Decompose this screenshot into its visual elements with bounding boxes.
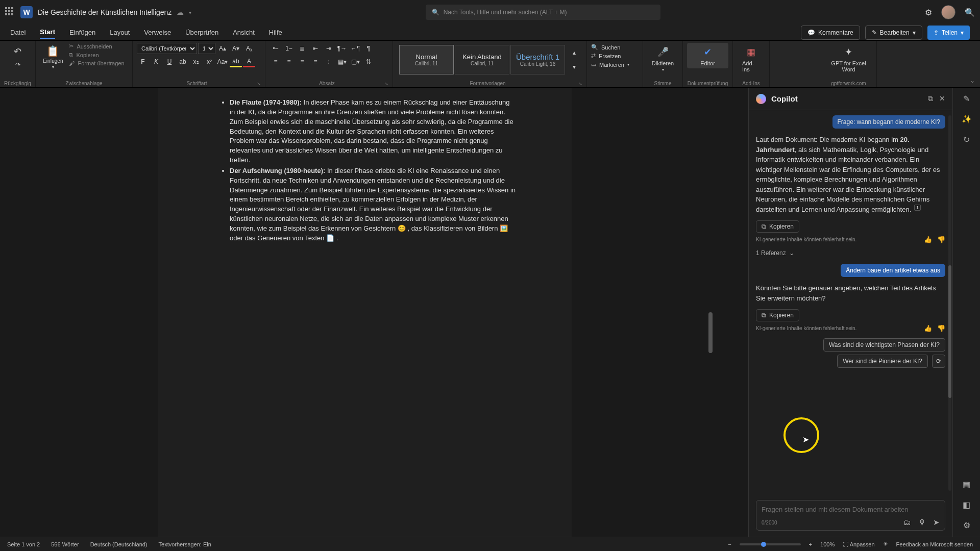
menu-ansicht[interactable]: Ansicht <box>233 27 255 38</box>
settings-gear-icon[interactable]: ⚙ <box>925 8 932 17</box>
attach-icon[interactable]: 🗂 <box>903 518 911 527</box>
multilevel-list-icon[interactable]: ≣ <box>296 43 308 54</box>
zoom-slider[interactable] <box>740 543 801 545</box>
font-dialog-launcher-icon[interactable]: ↘ <box>257 81 261 86</box>
rtl-icon[interactable]: ←¶ <box>349 43 361 54</box>
superscript-icon[interactable]: x² <box>203 56 215 67</box>
search-box[interactable]: 🔍 Nach Tools, Hilfe und mehr suchen (ALT… <box>426 5 660 20</box>
refresh-suggestions-button[interactable]: ⟳ <box>932 355 945 368</box>
bold-icon[interactable]: F <box>137 56 149 67</box>
cut-button[interactable]: ✂Ausschneiden <box>69 43 124 49</box>
brightness-icon[interactable]: ☀ <box>883 541 888 547</box>
font-size-select[interactable]: 11 <box>198 43 215 54</box>
font-color-icon[interactable]: A <box>243 56 255 67</box>
rail-addon2-icon[interactable]: ◧ <box>960 498 973 511</box>
sort-icon[interactable]: ⇅ <box>362 56 375 67</box>
suggestion-chip[interactable]: Wer sind die Pioniere der KI? <box>837 355 928 368</box>
rail-addon1-icon[interactable]: ▦ <box>960 478 973 491</box>
share-button[interactable]: ⇪Teilen▾ <box>927 26 970 40</box>
scrollbar-thumb[interactable] <box>708 312 713 353</box>
style-normal[interactable]: Normal Calibri, 11 <box>399 45 454 74</box>
popout-icon[interactable]: ⧉ <box>928 94 933 103</box>
underline-icon[interactable]: U <box>163 56 176 67</box>
title-chevron-icon[interactable]: ▾ <box>189 10 191 15</box>
thumbs-down-icon[interactable]: 👎 <box>937 236 945 243</box>
dictate-button[interactable]: 🎤 Diktieren ▾ <box>647 43 678 74</box>
change-case-icon[interactable]: Aa▾ <box>216 56 229 67</box>
styles-scroll-up-icon[interactable]: ▴ <box>568 47 580 58</box>
app-launcher-icon[interactable] <box>5 7 15 17</box>
menu-layout[interactable]: Layout <box>110 27 130 38</box>
page-indicator[interactable]: Seite 1 von 2 <box>7 541 40 547</box>
styles-dialog-launcher-icon[interactable]: ↘ <box>578 81 582 86</box>
copilot-prompt-input[interactable] <box>762 506 940 513</box>
mic-icon[interactable]: 🎙 <box>918 518 926 527</box>
thumbs-up-icon[interactable]: 👍 <box>924 324 932 332</box>
paste-button[interactable]: 📋 Einfügen ▾ <box>40 43 66 71</box>
justify-icon[interactable]: ≡ <box>309 56 322 67</box>
menu-verweise[interactable]: Verweise <box>144 27 171 38</box>
select-button[interactable]: ▭Markieren▾ <box>591 60 639 69</box>
format-painter-button[interactable]: 🖌Format übertragen <box>69 60 124 66</box>
copy-button[interactable]: ⧉Kopieren <box>756 309 799 321</box>
rail-history-icon[interactable]: ↻ <box>960 133 973 146</box>
undo-icon[interactable]: ↶ <box>12 46 24 57</box>
fit-page-button[interactable]: ⛶ Anpassen <box>843 541 874 547</box>
document-title[interactable]: Die Geschichte der Künstlichen Intellige… <box>38 8 172 16</box>
send-icon[interactable]: ➤ <box>933 518 940 527</box>
grow-font-icon[interactable]: A▴ <box>216 43 229 54</box>
editor-button[interactable]: ✔ Editor <box>687 43 728 68</box>
bullets-icon[interactable]: •− <box>270 43 282 54</box>
suggestion-chip[interactable]: Was sind die wichtigsten Phasen der KI? <box>823 338 945 352</box>
menu-datei[interactable]: Datei <box>10 27 26 38</box>
strikethrough-icon[interactable]: ab <box>177 56 189 67</box>
feedback-link[interactable]: Feedback an Microsoft senden <box>896 541 973 547</box>
thumbs-up-icon[interactable]: 👍 <box>924 236 932 243</box>
find-button[interactable]: 🔍Suchen <box>591 43 639 52</box>
paragraph-dialog-launcher-icon[interactable]: ↘ <box>384 81 388 86</box>
menu-ueberpruefen[interactable]: Überprüfen <box>185 27 218 38</box>
increase-indent-icon[interactable]: ⇥ <box>323 43 335 54</box>
comments-button[interactable]: 💬Kommentare <box>801 26 860 40</box>
subscript-icon[interactable]: x₂ <box>190 56 202 67</box>
ribbon-expand-icon[interactable]: ⌄ <box>970 77 975 84</box>
find-in-app-icon[interactable]: 🔍 <box>965 8 975 17</box>
copy-button[interactable]: ⧉Kopieren <box>756 220 799 233</box>
zoom-out-button[interactable]: − <box>728 541 731 547</box>
align-left-icon[interactable]: ≡ <box>270 56 282 67</box>
copilot-input-box[interactable]: 0/2000 🗂 🎙 ➤ <box>756 500 945 531</box>
style-no-spacing[interactable]: Kein Abstand Calibri, 11 <box>455 45 509 74</box>
replace-button[interactable]: ⇄Ersetzen <box>591 52 639 60</box>
language-indicator[interactable]: Deutsch (Deutschland) <box>90 541 148 547</box>
gpt-addon-button[interactable]: ✦ GPT for Excel Word <box>825 43 872 74</box>
reference-marker[interactable]: 1 <box>914 205 921 211</box>
zoom-in-button[interactable]: + <box>809 541 812 547</box>
rail-editor-icon[interactable]: ✎ <box>960 92 973 105</box>
menu-einfuegen[interactable]: Einfügen <box>69 27 95 38</box>
addins-button[interactable]: ▦ Add-Ins <box>737 43 765 74</box>
rail-settings-icon[interactable]: ⚙ <box>960 518 973 532</box>
scrollbar-thumb[interactable] <box>948 265 951 398</box>
ltr-icon[interactable]: ¶→ <box>336 43 348 54</box>
redo-icon[interactable]: ↷ <box>12 59 24 70</box>
predictions-indicator[interactable]: Textvorhersagen: Ein <box>159 541 211 547</box>
decrease-indent-icon[interactable]: ⇤ <box>309 43 322 54</box>
zoom-knob[interactable] <box>761 542 766 547</box>
references-toggle[interactable]: 1 Referenz⌄ <box>756 249 945 257</box>
list-item[interactable]: Der Aufschwung (1980-heute): In dieser P… <box>230 166 516 243</box>
word-count[interactable]: 566 Wörter <box>51 541 79 547</box>
rail-designer-icon[interactable]: ✨ <box>960 112 973 126</box>
menu-start[interactable]: Start <box>40 26 55 39</box>
document-page[interactable]: Die Flaute (1974-1980): In dieser Phase … <box>158 88 572 537</box>
italic-icon[interactable]: K <box>150 56 162 67</box>
style-heading1[interactable]: Überschrift 1 Calibri Light, 16 <box>510 45 565 74</box>
show-marks-icon[interactable]: ¶ <box>362 43 375 54</box>
copy-button[interactable]: ⧉Kopieren <box>69 52 124 58</box>
align-center-icon[interactable]: ≡ <box>283 56 295 67</box>
editing-mode-button[interactable]: ✎Bearbeiten▾ <box>865 26 922 40</box>
clear-formatting-icon[interactable]: Aᵪ <box>243 43 255 54</box>
shrink-font-icon[interactable]: A▾ <box>230 43 242 54</box>
close-icon[interactable]: ✕ <box>939 94 945 103</box>
menu-hilfe[interactable]: Hilfe <box>269 27 282 38</box>
saved-cloud-icon[interactable]: ☁ <box>177 8 184 16</box>
